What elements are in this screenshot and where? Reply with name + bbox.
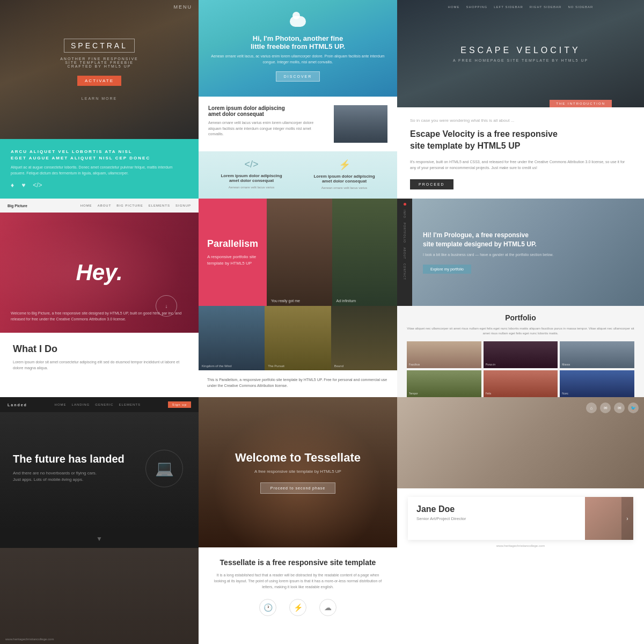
landed-logo: Landed bbox=[8, 403, 27, 407]
prologue-explore-button[interactable]: Explore my portfolio bbox=[423, 265, 471, 274]
landed-nav-elements[interactable]: Elements bbox=[119, 403, 141, 406]
bigpicture-cell: Big Picture Home About Big Picture Eleme… bbox=[0, 199, 199, 397]
spectral-subtitle: ANOTHER FINE RESPONSIVESITE TEMPLATE FRE… bbox=[60, 57, 138, 68]
landed-nav-generic[interactable]: Generic bbox=[95, 403, 113, 406]
prologue-grid-item-2[interactable]: Purus in bbox=[484, 341, 558, 368]
email-icon-2[interactable]: ✉ bbox=[614, 402, 625, 413]
cloud-icon: ☁ bbox=[319, 599, 336, 616]
janedoe-social-icons: ⌂ ✉ ✉ 🐦 bbox=[586, 402, 639, 413]
photon-text-block: Lorem ipsum dolor adipiscingamet dolor c… bbox=[208, 105, 327, 143]
janedoe-title: Senior Art/Project Director bbox=[416, 516, 576, 521]
parallelism-bottom-img-1: Kingdom of the Wind bbox=[199, 306, 265, 370]
prologue-sidebar-info[interactable]: Info bbox=[403, 210, 406, 218]
prologue-sidebar-about[interactable]: About bbox=[403, 247, 406, 259]
parallelism-top-grid: Parallelism A responsive portfolio sitet… bbox=[199, 199, 397, 306]
prologue-portfolio: Portfolio Vitae aliquet nec ullamcorper … bbox=[397, 306, 644, 397]
photon-hero: Hi, I'm Photon, another finelittle freeb… bbox=[199, 0, 397, 97]
parallelism-img1-label: You really got me bbox=[271, 299, 300, 303]
escape-nav-shopping[interactable]: SHOPPING bbox=[466, 5, 488, 9]
escape-hero: HOME SHOPPING LEFT SIDEBAR RIGHT SIDEBAR… bbox=[397, 0, 644, 107]
escape-proceed-button[interactable]: PROCEED bbox=[410, 179, 453, 189]
janedoe-cell: ⌂ ✉ ✉ 🐦 Jane Doe Senior Art/Project Dire… bbox=[397, 397, 644, 644]
photon-hero-title: Hi, I'm Photon, another finelittle freeb… bbox=[251, 34, 345, 50]
nav-bigpicture[interactable]: Big Picture bbox=[116, 204, 143, 207]
janedoe-prologue-top: ⌂ ✉ ✉ 🐦 bbox=[397, 397, 644, 488]
escape-cell: HOME SHOPPING LEFT SIDEBAR RIGHT SIDEBAR… bbox=[397, 0, 644, 199]
bigpicture-section-text: Lorem ipsum dolor sit amet consectetur a… bbox=[13, 359, 186, 371]
photon-discover-button[interactable]: DISCOVER bbox=[276, 71, 320, 82]
prologue-sidebar-portfolio[interactable]: Portfolio bbox=[403, 223, 406, 243]
twitter-icon[interactable]: 🐦 bbox=[628, 402, 639, 413]
prologue-grid-label-2: Purus in bbox=[486, 363, 495, 366]
prologue-hero: Info Portfolio About Contact Hi! I'm Pro… bbox=[397, 199, 644, 306]
escape-nav-no[interactable]: NO SIDEBAR bbox=[568, 5, 593, 9]
landed-bottom-section: www.heritagechristiancollege.com bbox=[0, 548, 199, 644]
bigpicture-circle[interactable]: ↓ bbox=[156, 295, 177, 317]
prologue-sidebar: Info Portfolio About Contact bbox=[397, 199, 412, 306]
prologue-grid-item-6[interactable]: Nunc bbox=[560, 370, 634, 397]
tessellate-content-title: Tessellate is a free responsive site tem… bbox=[211, 558, 384, 567]
landed-nav-landing[interactable]: Landing bbox=[72, 403, 90, 406]
tessellate-proceed-button[interactable]: Proceed to second phase bbox=[260, 482, 335, 494]
home-icon[interactable]: ⌂ bbox=[586, 402, 597, 413]
janedoe-bottom-text: www.heritagechristiancollege.com bbox=[408, 544, 633, 547]
tessellate-title: Welcome to Tessellate bbox=[235, 451, 361, 465]
bigpicture-what-section: What I Do Lorem ipsum dolor sit amet con… bbox=[0, 333, 199, 397]
nav-elements[interactable]: Elements bbox=[149, 204, 170, 207]
parallelism-img2-label: Ad infinitum bbox=[336, 299, 356, 303]
parallelism-bottom-label-1: Kingdom of the Wind bbox=[202, 364, 232, 368]
escape-title: ESCAPE VELOCITY bbox=[460, 46, 581, 55]
prologue-grid-item-3[interactable]: Massa bbox=[560, 341, 634, 368]
escape-nav-home[interactable]: HOME bbox=[448, 5, 460, 9]
escape-nav: HOME SHOPPING LEFT SIDEBAR RIGHT SIDEBAR… bbox=[397, 5, 644, 9]
bigpicture-hero: Hey. Welcome to Big Picture, a free resp… bbox=[0, 213, 199, 333]
janedoe-name: Jane Doe bbox=[416, 504, 576, 514]
parallelism-feature: Parallelism A responsive portfolio sitet… bbox=[199, 199, 267, 306]
janedoe-card-content: Jane Doe Senior Art/Project Director bbox=[408, 497, 585, 540]
escape-main-title: Escape Velocity is a free responsivesite… bbox=[410, 128, 631, 152]
escape-intro-text: So in case you were wondering what this … bbox=[410, 118, 631, 123]
parallelism-bottom-img-2: The Pursuit bbox=[265, 306, 331, 370]
nav-home[interactable]: Home bbox=[80, 204, 92, 207]
spectral-activate-button[interactable]: ACTIVATE bbox=[77, 76, 121, 86]
lightning-icon: ⚡ bbox=[289, 599, 306, 616]
nav-signup[interactable]: Signup bbox=[175, 204, 191, 207]
nav-about[interactable]: About bbox=[98, 204, 112, 207]
prologue-grid-item-1[interactable]: Faucibus bbox=[407, 341, 481, 368]
prologue-grid-label-5: Felis bbox=[486, 392, 492, 395]
arrow-down-icon: ↓ bbox=[165, 303, 168, 309]
escape-nav-right[interactable]: RIGHT SIDEBAR bbox=[530, 5, 562, 9]
janedoe-miniport: Jane Doe Senior Art/Project Director › w… bbox=[397, 488, 644, 644]
tessellate-cell: Welcome to Tessellate A free responsive … bbox=[199, 397, 397, 644]
landed-signup-button[interactable]: Sign up bbox=[168, 401, 191, 408]
parallelism-image-2: Ad infinitum bbox=[332, 199, 397, 306]
landed-text: The future has landed And there are no h… bbox=[13, 452, 132, 491]
parallelism-image-1: You really got me bbox=[267, 199, 332, 306]
escape-intro-tab: THE INTRODUCTION bbox=[550, 100, 612, 107]
spectral-learn-more[interactable]: LEARN MORE bbox=[82, 97, 117, 100]
parallelism-bottom-label-2: The Pursuit bbox=[268, 364, 284, 368]
prologue-grid-item-5[interactable]: Felis bbox=[484, 370, 558, 397]
janedoe-next-arrow[interactable]: › bbox=[621, 497, 633, 540]
photon-feature-1-title: Lorem ipsum dolor adipiscingamet dolor c… bbox=[221, 173, 282, 183]
spectral-cell: Menu SPECTRAL ANOTHER FINE RESPONSIVESIT… bbox=[0, 0, 199, 199]
parallelism-subtitle: A responsive portfolio sitetemplate by H… bbox=[207, 254, 258, 267]
spectral-hero: Menu SPECTRAL ANOTHER FINE RESPONSIVESIT… bbox=[0, 0, 199, 139]
spectral-title: SPECTRAL bbox=[64, 39, 135, 53]
janedoe-card-image: › bbox=[585, 497, 633, 540]
landed-nav-home[interactable]: Home bbox=[55, 403, 67, 406]
tessellate-icon-1: 🕐 bbox=[259, 599, 276, 616]
spectral-bg bbox=[0, 0, 199, 139]
escape-nav-left[interactable]: LEFT SIDEBAR bbox=[494, 5, 523, 9]
tessellate-icons: 🕐 ⚡ ☁ bbox=[211, 599, 384, 616]
email-icon-1[interactable]: ✉ bbox=[600, 402, 611, 413]
prologue-grid-label-4: Tempor bbox=[409, 392, 418, 395]
photon-content-text: Aenean ornare velit lacus varius enim lo… bbox=[208, 120, 327, 137]
prologue-cell: Info Portfolio About Contact Hi! I'm Pro… bbox=[397, 199, 644, 397]
parallelism-title: Parallelism bbox=[207, 238, 258, 250]
prologue-grid-item-4[interactable]: Tempor bbox=[407, 370, 481, 397]
prologue-grid-label-1: Faucibus bbox=[409, 363, 420, 366]
landed-nav-links: Home Landing Generic Elements bbox=[55, 403, 141, 406]
prologue-sidebar-contact[interactable]: Contact bbox=[403, 264, 406, 280]
code-icon: </> bbox=[33, 181, 42, 189]
